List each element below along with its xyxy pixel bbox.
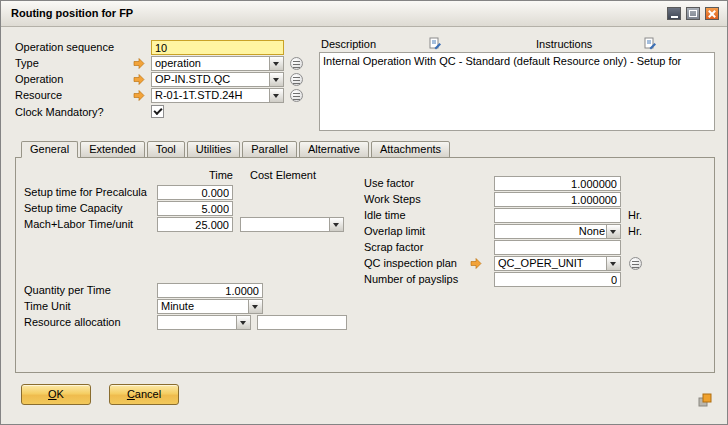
- time-unit-select[interactable]: Minute: [157, 299, 263, 314]
- resource-allocation-select-value: [161, 316, 235, 329]
- link-arrow-icon[interactable]: [133, 90, 145, 101]
- setup-time-precalc-label: Setup time for Precalcula: [24, 185, 147, 200]
- chevron-down-icon[interactable]: [236, 316, 250, 329]
- operation-label: Operation: [15, 72, 63, 87]
- idle-time-unit-label: Hr.: [628, 208, 642, 223]
- link-arrow-icon[interactable]: [133, 74, 145, 85]
- number-of-payslips-label: Number of payslips: [364, 272, 458, 287]
- link-arrow-icon[interactable]: [133, 58, 145, 69]
- form-settings-icon[interactable]: [698, 393, 712, 407]
- overlap-limit-select[interactable]: None: [494, 224, 621, 239]
- minimize-icon[interactable]: [667, 7, 681, 20]
- maximize-icon[interactable]: [686, 7, 700, 20]
- qc-inspection-plan-select[interactable]: QC_OPER_UNIT: [494, 256, 621, 271]
- operation-select[interactable]: OP-IN.STD.QC: [151, 72, 284, 87]
- expand-editor-icon[interactable]: [644, 37, 656, 48]
- type-select[interactable]: operation: [151, 56, 284, 71]
- qc-inspection-plan-label: QC inspection plan: [364, 256, 457, 271]
- resource-allocation-extra-input[interactable]: [257, 315, 347, 330]
- time-unit-select-value: Minute: [161, 300, 247, 313]
- quantity-per-time-label: Quantity per Time: [24, 283, 111, 298]
- quantity-per-time-input[interactable]: [157, 283, 263, 298]
- time-column-header: Time: [157, 168, 233, 183]
- resource-select-value: R-01-1T.STD.24H: [155, 89, 268, 102]
- routing-position-window: Routing position for FP Operation sequen…: [0, 0, 728, 425]
- close-icon[interactable]: [705, 7, 719, 20]
- instructions-label: Instructions: [536, 37, 592, 52]
- setup-time-precalc-input[interactable]: [157, 185, 233, 200]
- setup-time-capacity-label: Setup time Capacity: [24, 201, 122, 216]
- chevron-down-icon[interactable]: [269, 57, 283, 70]
- setup-time-capacity-input[interactable]: [157, 201, 233, 216]
- tab-extended[interactable]: Extended: [80, 141, 144, 158]
- qc-inspection-plan-select-value: QC_OPER_UNIT: [498, 257, 605, 270]
- tab-parallel[interactable]: Parallel: [242, 141, 297, 158]
- choose-from-list-icon[interactable]: [629, 257, 642, 270]
- tab-general[interactable]: General: [21, 141, 78, 158]
- window-title: Routing position for FP: [11, 1, 133, 26]
- scrap-factor-input[interactable]: [494, 240, 621, 255]
- tab-strip: General Extended Tool Utilities Parallel…: [21, 141, 452, 158]
- idle-time-input[interactable]: [494, 208, 621, 223]
- link-arrow-icon[interactable]: [470, 258, 482, 269]
- chevron-down-icon[interactable]: [269, 73, 283, 86]
- use-factor-label: Use factor: [364, 176, 414, 191]
- resource-label: Resource: [15, 88, 62, 103]
- cancel-button[interactable]: Cancel: [109, 384, 179, 405]
- clock-mandatory-checkbox[interactable]: [151, 105, 164, 118]
- resource-allocation-select[interactable]: [157, 315, 251, 330]
- tab-utilities[interactable]: Utilities: [187, 141, 240, 158]
- work-steps-label: Work Steps: [364, 192, 421, 207]
- choose-from-list-icon[interactable]: [290, 57, 303, 70]
- cost-element-column-header: Cost Element: [250, 168, 316, 183]
- work-steps-input[interactable]: [494, 192, 621, 207]
- type-select-value: operation: [155, 57, 268, 70]
- cost-element-select[interactable]: [240, 217, 344, 232]
- mach-labor-time-label: Mach+Labor Time/unit: [24, 217, 133, 232]
- cost-element-select-value: [244, 218, 328, 231]
- tab-attachments[interactable]: Attachments: [371, 141, 450, 158]
- overlap-limit-select-value: None: [498, 225, 605, 238]
- titlebar: Routing position for FP: [1, 1, 727, 27]
- general-tab-panel: Time Cost Element Setup time for Precalc…: [15, 157, 715, 373]
- number-of-payslips-input[interactable]: [494, 272, 621, 287]
- operation-select-value: OP-IN.STD.QC: [155, 73, 268, 86]
- resource-allocation-label: Resource allocation: [24, 315, 121, 330]
- operation-sequence-input[interactable]: [151, 40, 284, 55]
- resource-select[interactable]: R-01-1T.STD.24H: [151, 88, 284, 103]
- tab-alternative[interactable]: Alternative: [299, 141, 369, 158]
- operation-sequence-label: Operation sequence: [15, 40, 114, 55]
- ok-button[interactable]: OK: [21, 384, 91, 405]
- description-textarea[interactable]: Internal Operation With QC - Standard (d…: [319, 52, 715, 131]
- chevron-down-icon[interactable]: [248, 300, 262, 313]
- expand-editor-icon[interactable]: [429, 37, 441, 48]
- use-factor-input[interactable]: [494, 176, 621, 191]
- scrap-factor-label: Scrap factor: [364, 240, 423, 255]
- description-label: Description: [321, 37, 376, 52]
- choose-from-list-icon[interactable]: [290, 89, 303, 102]
- overlap-limit-unit-label: Hr.: [628, 224, 642, 239]
- overlap-limit-label: Overlap limit: [364, 224, 425, 239]
- chevron-down-icon[interactable]: [329, 218, 343, 231]
- tab-tool[interactable]: Tool: [147, 141, 185, 158]
- idle-time-label: Idle time: [364, 208, 406, 223]
- chevron-down-icon[interactable]: [269, 89, 283, 102]
- chevron-down-icon[interactable]: [606, 257, 620, 270]
- chevron-down-icon[interactable]: [606, 225, 620, 238]
- choose-from-list-icon[interactable]: [290, 73, 303, 86]
- clock-mandatory-label: Clock Mandatory?: [15, 105, 104, 120]
- mach-labor-time-input[interactable]: [157, 217, 233, 232]
- time-unit-label: Time Unit: [24, 299, 71, 314]
- type-label: Type: [15, 56, 39, 71]
